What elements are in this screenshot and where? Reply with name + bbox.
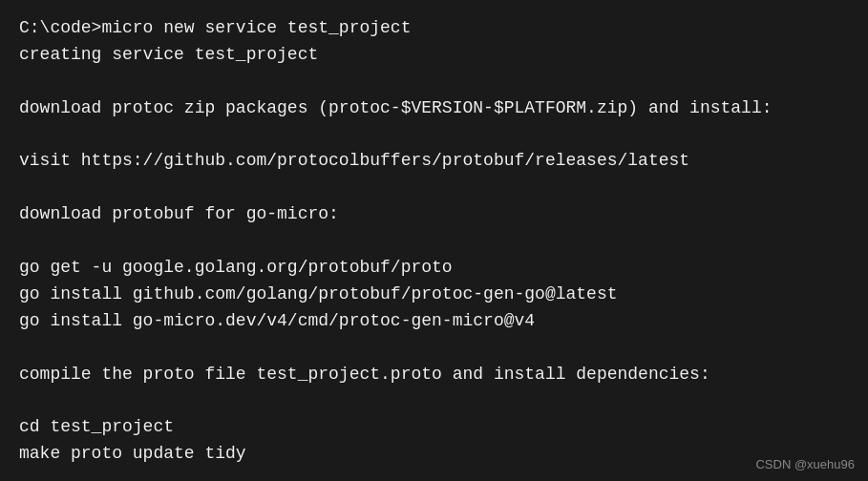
terminal-line: download protobuf for go-micro: — [19, 201, 849, 228]
terminal-line — [19, 387, 849, 414]
terminal-line — [19, 228, 849, 255]
terminal-line: compile the proto file test_project.prot… — [19, 362, 849, 388]
terminal-line — [19, 175, 849, 201]
terminal-line: make proto update tidy — [19, 441, 849, 468]
terminal-line: go install go-micro.dev/v4/cmd/protoc-ge… — [19, 308, 849, 335]
terminal-line — [19, 468, 849, 481]
terminal-line: download protoc zip packages (protoc-$VE… — [19, 95, 849, 122]
terminal-line — [19, 69, 849, 95]
terminal-output: C:\code>micro new service test_projectcr… — [19, 15, 849, 481]
terminal-line: creating service test_project — [19, 42, 849, 69]
terminal-line — [19, 122, 849, 149]
terminal-line: C:\code>micro new service test_project — [19, 15, 849, 42]
terminal-line: visit https://github.com/protocolbuffers… — [19, 148, 849, 175]
terminal-line: go get -u google.golang.org/protobuf/pro… — [19, 255, 849, 282]
terminal-line — [19, 335, 849, 362]
watermark: CSDN @xuehu96 — [755, 457, 855, 471]
terminal-window: C:\code>micro new service test_projectcr… — [0, 0, 868, 481]
terminal-line: cd test_project — [19, 414, 849, 441]
terminal-line: go install github.com/golang/protobuf/pr… — [19, 282, 849, 308]
